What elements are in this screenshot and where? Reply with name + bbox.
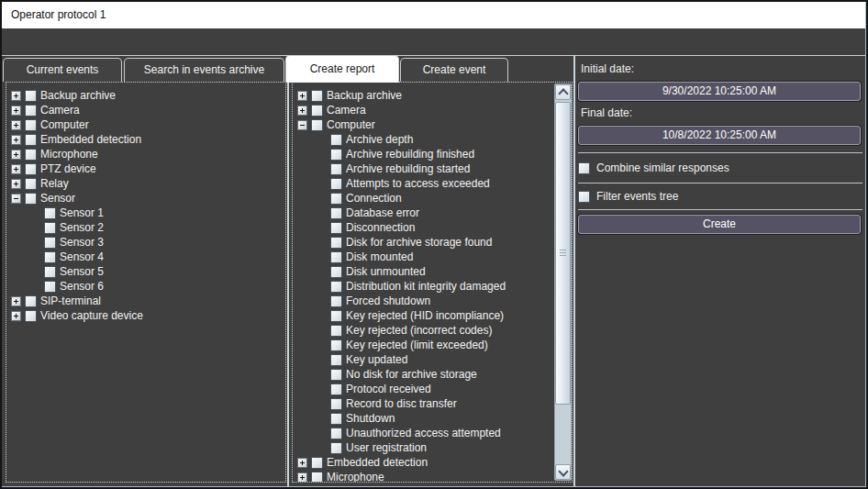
tree-item-computer[interactable]: Computer [6,117,285,132]
events-options-splitter[interactable] [573,56,575,486]
tree-item-label[interactable]: Microphone [327,471,384,483]
checkbox[interactable] [311,472,323,483]
tab-search-in-events-archive[interactable]: Search in events archive [124,58,284,82]
tree-item-disk-unmounted[interactable]: Disk unmounted [293,264,572,279]
checkbox[interactable] [311,457,323,469]
tree-item-label[interactable]: Microphone [40,148,98,161]
tree-item-key-rejected-limit-exceeded[interactable]: Key rejected (limit exceeded) [293,338,572,352]
checkbox[interactable] [44,222,56,234]
plus-icon[interactable] [11,135,21,145]
tree-item-disconnection[interactable]: Disconnection [293,220,572,235]
tree-item-sensor-5[interactable]: Sensor 5 [6,264,285,279]
tree-item-sensor-4[interactable]: Sensor 4 [6,250,285,264]
checkbox[interactable] [330,383,342,395]
checkbox[interactable] [311,119,323,131]
tree-item-relay[interactable]: Relay [6,176,285,191]
checkbox[interactable] [311,90,323,102]
tree-item-backup-archive[interactable]: Backup archive [293,88,572,103]
option-filter-events-tree[interactable]: Filter events tree [578,189,678,204]
checkbox[interactable] [25,149,37,161]
checkbox[interactable] [330,325,342,337]
checkbox[interactable] [25,90,37,102]
tree-item-sensor-3[interactable]: Sensor 3 [6,235,285,250]
checkbox[interactable] [25,178,37,190]
checkbox[interactable] [330,251,342,263]
checkbox[interactable] [330,413,342,425]
tree-item-label[interactable]: Attempts to access exceeded [346,177,490,190]
tree-item-key-rejected-incorrect-codes[interactable]: Key rejected (incorrect codes) [293,323,572,338]
tab-current-events[interactable]: Current events [3,58,122,82]
tab-create-report[interactable]: Create report [285,55,399,83]
objects-tree[interactable]: Backup archiveCameraComputerEmbedded det… [6,82,286,483]
tree-item-key-updated[interactable]: Key updated [293,352,572,367]
tree-item-sensor[interactable]: Sensor [6,191,285,206]
scrollbar-thumb[interactable] [555,102,571,405]
tree-item-label[interactable]: Relay [40,177,69,190]
tree-item-label[interactable]: Distribution kit integrity damaged [346,280,506,293]
tree-item-database-error[interactable]: Database error [293,206,572,220]
plus-icon[interactable] [297,91,307,101]
checkbox[interactable] [25,193,37,205]
tree-item-label[interactable]: Sensor [40,192,75,205]
events-tree[interactable]: Backup archiveCameraComputerArchive dept… [292,82,573,483]
plus-icon[interactable] [11,311,21,321]
checkbox[interactable] [25,295,37,307]
tree-item-connection[interactable]: Connection [293,191,572,206]
plus-icon[interactable] [11,120,21,130]
tree-item-label[interactable]: Archive rebuilding started [346,162,470,175]
tree-item-label[interactable]: Archive depth [346,133,413,146]
plus-icon[interactable] [11,150,21,160]
tree-item-label[interactable]: Camera [40,104,80,117]
tree-item-label[interactable]: Embedded detection [40,133,141,146]
tree-item-video-capture-device[interactable]: Video capture device [6,308,285,323]
tree-item-label[interactable]: Key rejected (incorrect codes) [346,324,492,337]
tree-item-attempts-to-access-exceeded[interactable]: Attempts to access exceeded [293,176,572,191]
checkbox[interactable] [25,310,37,322]
tree-item-archive-rebuilding-started[interactable]: Archive rebuilding started [293,161,572,176]
tree-item-sensor-6[interactable]: Sensor 6 [6,279,285,294]
checkbox[interactable] [25,134,37,146]
checkbox[interactable] [330,428,342,439]
tree-item-label[interactable]: Key updated [346,353,407,366]
tree-item-unauthorized-access-attempted[interactable]: Unauthorized access attempted [293,426,572,440]
tree-item-label[interactable]: Backup archive [327,89,402,102]
tree-item-label[interactable]: Database error [346,206,419,219]
tree-item-label[interactable]: Sensor 5 [60,265,104,278]
checkbox[interactable] [330,134,342,146]
checkbox[interactable] [578,191,590,203]
tree-item-backup-archive[interactable]: Backup archive [6,88,285,103]
plus-icon[interactable] [297,106,307,116]
checkbox[interactable] [330,442,342,454]
checkbox[interactable] [25,119,37,131]
tree-item-label[interactable]: Disk mounted [346,250,413,263]
tree-item-label[interactable]: Protocol received [346,383,431,395]
tree-item-archive-depth[interactable]: Archive depth [293,132,572,147]
scroll-down-button[interactable] [555,464,571,480]
tree-item-no-disk-for-archive-storage[interactable]: No disk for archive storage [293,367,572,382]
tree-item-sensor-2[interactable]: Sensor 2 [6,220,285,235]
tree-item-label[interactable]: Video capture device [40,309,143,322]
option-label[interactable]: Combine similar responses [596,161,729,174]
checkbox[interactable] [330,149,342,161]
checkbox[interactable] [330,354,342,366]
checkbox[interactable] [44,266,56,278]
tree-item-ptz-device[interactable]: PTZ device [6,161,285,176]
initial-date-field[interactable]: 9/30/2022 10:25:00 AM [578,82,861,101]
tree-item-computer[interactable]: Computer [293,117,572,132]
tree-item-key-rejected-hid-incompliance[interactable]: Key rejected (HID incompliance) [293,308,572,323]
checkbox[interactable] [330,178,342,190]
tree-item-label[interactable]: Sensor 1 [60,206,104,219]
tree-item-label[interactable]: SIP-terminal [40,295,101,307]
checkbox[interactable] [44,251,56,263]
plus-icon[interactable] [11,106,21,116]
tree-item-embedded-detection[interactable]: Embedded detection [293,455,572,470]
tree-item-label[interactable]: Computer [40,118,89,131]
tree-item-label[interactable]: User registration [346,441,427,454]
tree-item-label[interactable]: Connection [346,192,402,205]
events-scrollbar[interactable] [554,83,572,481]
checkbox[interactable] [311,105,323,117]
tree-item-label[interactable]: Disconnection [346,221,415,234]
tree-item-sensor-1[interactable]: Sensor 1 [6,206,285,220]
plus-icon[interactable] [297,472,307,483]
tree-item-disk-mounted[interactable]: Disk mounted [293,250,572,264]
